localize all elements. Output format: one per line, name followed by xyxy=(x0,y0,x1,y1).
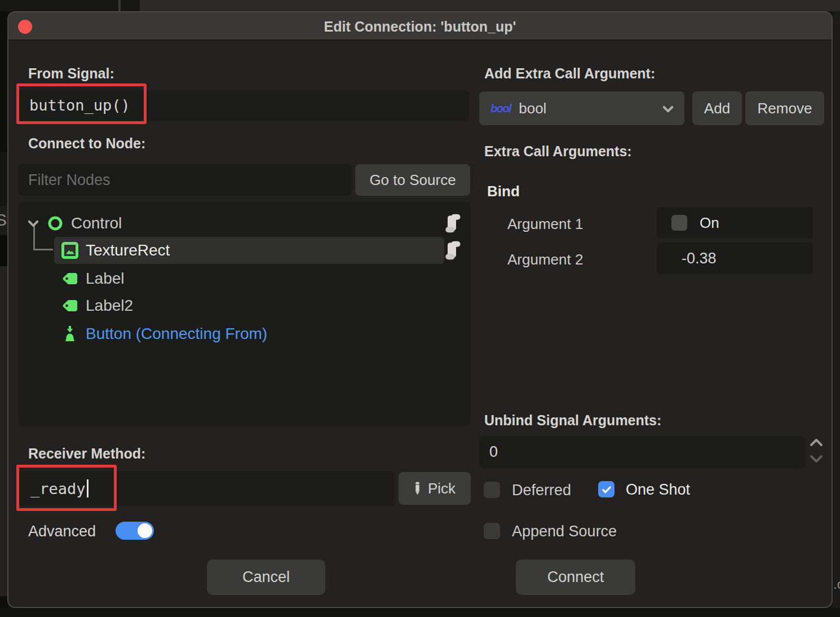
argument1-value: On xyxy=(700,214,719,232)
background-band: S xyxy=(0,206,8,235)
cancel-button[interactable]: Cancel xyxy=(207,559,325,595)
background-panel-strip xyxy=(140,0,840,11)
argument1-checkbox[interactable] xyxy=(671,215,687,231)
screen: S .o Edit Connection: 'button_up' From S… xyxy=(0,0,840,617)
from-signal-label: From Signal: xyxy=(28,65,114,82)
connect-button[interactable]: Connect xyxy=(516,559,635,595)
background-right-dock: .o xyxy=(833,11,840,608)
button-icon xyxy=(61,325,79,343)
background-text-fragment: S xyxy=(0,210,7,230)
tree-item-label: Button (Connecting From) xyxy=(86,325,267,343)
toggle-knob xyxy=(138,523,152,538)
tree-item-label: Control xyxy=(71,214,122,232)
add-extra-call-argument-label: Add Extra Call Argument: xyxy=(484,65,655,82)
background-left-dock: S xyxy=(0,11,8,617)
chevron-down-icon[interactable] xyxy=(26,216,41,231)
argument-type-value: bool xyxy=(519,100,546,117)
text-caret xyxy=(87,479,89,497)
chevron-down-icon xyxy=(661,102,675,120)
argument2-value-field[interactable]: -0.38 xyxy=(657,243,813,274)
append-source-label: Append Source xyxy=(512,523,617,540)
append-source-checkbox[interactable] xyxy=(484,523,500,539)
script-icon[interactable] xyxy=(445,240,462,261)
go-to-source-button[interactable]: Go to Source xyxy=(355,164,470,196)
extra-call-arguments-label: Extra Call Arguments: xyxy=(484,143,632,160)
background-bottom-strip xyxy=(0,608,840,617)
background-band xyxy=(0,152,8,206)
unbind-signal-arguments-label: Unbind Signal Arguments: xyxy=(484,412,661,429)
background-band xyxy=(0,235,8,266)
tree-item-label: Label2 xyxy=(86,297,133,315)
chevron-up-icon xyxy=(808,437,824,448)
deferred-checkbox[interactable] xyxy=(484,482,500,498)
tree-row-label[interactable]: Label xyxy=(61,265,444,292)
add-argument-button[interactable]: Add xyxy=(692,91,742,125)
dialog-title: Edit Connection: 'button_up' xyxy=(8,12,832,41)
argument-type-dropdown[interactable]: bool bool xyxy=(479,91,684,125)
argument1-label: Argument 1 xyxy=(507,215,583,233)
background-text-fragment: .o xyxy=(833,576,840,592)
advanced-toggle[interactable] xyxy=(116,522,154,540)
background-band xyxy=(0,266,8,596)
remove-argument-button[interactable]: Remove xyxy=(745,91,824,125)
dialog-titlebar[interactable]: Edit Connection: 'button_up' xyxy=(8,12,832,41)
tree-row-button-connecting-from[interactable]: Button (Connecting From) xyxy=(61,320,444,347)
connect-to-node-label: Connect to Node: xyxy=(28,135,145,152)
deferred-label: Deferred xyxy=(512,482,571,499)
texture-rect-icon xyxy=(61,241,79,259)
one-shot-label: One Shot xyxy=(626,481,690,499)
argument1-value-field[interactable]: On xyxy=(657,207,813,239)
bind-section-label: Bind xyxy=(487,183,520,200)
tree-row-texture-rect[interactable]: TextureRect xyxy=(61,237,444,264)
receiver-method-input[interactable]: _ready xyxy=(18,471,395,506)
argument2-label: Argument 2 xyxy=(507,251,583,268)
receiver-method-value: _ready xyxy=(30,480,86,497)
background-top-strip xyxy=(0,0,840,11)
spinbox-arrows[interactable] xyxy=(808,437,824,466)
pick-button-label: Pick xyxy=(428,480,456,497)
label-icon xyxy=(61,297,79,315)
pick-button[interactable]: Pick xyxy=(399,472,471,505)
edit-connection-dialog: Edit Connection: 'button_up' From Signal… xyxy=(7,11,833,608)
tree-row-label2[interactable]: Label2 xyxy=(61,292,444,319)
chevron-down-icon xyxy=(808,453,824,464)
receiver-method-label: Receiver Method: xyxy=(28,446,145,462)
tree-item-label: TextureRect xyxy=(86,241,170,259)
tree-row-control[interactable]: Control xyxy=(26,210,454,237)
script-icon[interactable] xyxy=(445,213,462,233)
node-tree: Control TextureRect xyxy=(18,202,470,426)
filter-nodes-input[interactable] xyxy=(18,164,352,196)
label-icon xyxy=(61,270,79,288)
check-icon xyxy=(601,484,612,495)
tree-item-label: Label xyxy=(86,270,125,288)
advanced-label: Advanced xyxy=(28,523,96,540)
from-signal-input[interactable]: button_up() xyxy=(18,90,469,121)
unbind-count-spinbox[interactable]: 0 xyxy=(479,436,805,468)
bool-type-icon: bool xyxy=(490,102,511,115)
control-icon xyxy=(46,214,64,232)
pencil-icon xyxy=(414,481,421,496)
background-divider xyxy=(118,0,121,11)
one-shot-checkbox[interactable] xyxy=(598,481,614,497)
